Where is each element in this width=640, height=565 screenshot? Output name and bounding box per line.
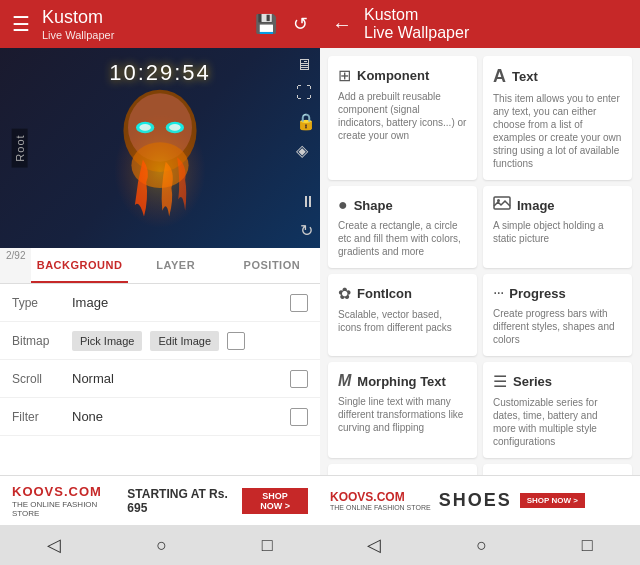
progress-desc: Create progress bars with different styl… xyxy=(493,307,622,346)
left-back-nav[interactable]: ◁ xyxy=(47,534,61,556)
tab-layer[interactable]: LAYER xyxy=(128,248,224,283)
right-back-nav[interactable]: ◁ xyxy=(367,534,381,556)
prop-type: Type Image xyxy=(0,284,320,322)
image-header: Image xyxy=(493,196,622,214)
progress-header: ··· Progress xyxy=(493,284,622,302)
right-app-subtitle: Live Wallpaper xyxy=(364,24,628,42)
right-app-title: Kustom xyxy=(364,6,628,24)
morphing-icon: M xyxy=(338,372,351,390)
image-name: Image xyxy=(517,198,555,213)
history-icon[interactable]: ↺ xyxy=(293,13,308,35)
left-home-nav[interactable]: ○ xyxy=(156,535,167,556)
prop-filter-label: Filter xyxy=(12,410,72,424)
image-icon xyxy=(493,196,511,214)
prop-scroll-value: Normal xyxy=(72,371,282,386)
left-ad-promo: STARTING AT Rs. 695 xyxy=(127,487,234,515)
right-ad-logo-block: KOOVS.COM THE ONLINE FASHION STORE xyxy=(330,490,431,511)
prop-type-value: Image xyxy=(72,295,282,310)
left-ad-banner: KOOVS.COM THE ONLINE FASHION STORE START… xyxy=(0,475,320,525)
fonticon-desc: Scalable, vector based, icons from diffe… xyxy=(338,308,467,334)
right-ad-banner: KOOVS.COM THE ONLINE FASHION STORE SHOES… xyxy=(320,475,640,525)
component-grid: ⊞ Komponent Add a prebuilt reusable comp… xyxy=(320,48,640,475)
component-card-series[interactable]: ☰ Series Customizable series for dates, … xyxy=(483,362,632,458)
left-app-title: Kustom xyxy=(42,7,255,29)
prop-type-checkbox[interactable] xyxy=(290,294,308,312)
series-icon: ☰ xyxy=(493,372,507,391)
morphing-name: Morphing Text xyxy=(357,374,446,389)
prop-scroll: Scroll Normal xyxy=(0,360,320,398)
right-home-nav[interactable]: ○ xyxy=(476,535,487,556)
fullscreen-icon[interactable]: ⛶ xyxy=(296,84,316,102)
right-ad-logo-text: KOOVS.COM xyxy=(330,490,431,504)
right-top-bar: ← Kustom Live Wallpaper xyxy=(320,0,640,48)
right-recents-nav[interactable]: □ xyxy=(582,535,593,556)
layers-icon[interactable]: ◈ xyxy=(296,141,316,160)
pause-icon[interactable]: ⏸ xyxy=(300,193,316,211)
progress-icon: ··· xyxy=(493,284,503,302)
text-name: Text xyxy=(512,69,538,84)
fonticon-header: ✿ FontIcon xyxy=(338,284,467,303)
layer-indicator: 2/92 xyxy=(0,248,31,283)
prop-bitmap-checkbox[interactable] xyxy=(227,332,245,350)
menu-icon[interactable]: ☰ xyxy=(12,12,30,36)
prop-filter: Filter None xyxy=(0,398,320,436)
component-card-progress[interactable]: ··· Progress Create progress bars with d… xyxy=(483,274,632,356)
fonticon-icon: ✿ xyxy=(338,284,351,303)
right-ad-shop-button[interactable]: SHOP NOW > xyxy=(520,493,585,508)
left-ad-logo: KOOVS.COM THE ONLINE FASHION STORE xyxy=(12,484,111,518)
property-tabs: 2/92 BACKGROUND LAYER POSITION xyxy=(0,248,320,284)
left-ad-subtitle: THE ONLINE FASHION STORE xyxy=(12,500,111,518)
right-panel: ← Kustom Live Wallpaper ⊞ Komponent Add … xyxy=(320,0,640,565)
component-card-fonticon[interactable]: ✿ FontIcon Scalable, vector based, icons… xyxy=(328,274,477,356)
right-nav-bar: ◁ ○ □ xyxy=(320,525,640,565)
morphing-desc: Single line text with many different tra… xyxy=(338,395,467,434)
component-card-text[interactable]: A Text This item allows you to enter any… xyxy=(483,56,632,180)
component-card-komponent[interactable]: ⊞ Komponent Add a prebuilt reusable comp… xyxy=(328,56,477,180)
left-title-block: Kustom Live Wallpaper xyxy=(42,7,255,41)
component-card-morphing[interactable]: M Morphing Text Single line text with ma… xyxy=(328,362,477,458)
left-app-subtitle: Live Wallpaper xyxy=(42,29,255,41)
series-header: ☰ Series xyxy=(493,372,622,391)
shape-desc: Create a rectangle, a circle etc and fil… xyxy=(338,219,467,258)
series-name: Series xyxy=(513,374,552,389)
component-card-shape[interactable]: ● Shape Create a rectangle, a circle etc… xyxy=(328,186,477,268)
property-list: Type Image Bitmap Pick Image Edit Image … xyxy=(0,284,320,475)
prop-scroll-label: Scroll xyxy=(12,372,72,386)
canvas-area: 10:29:54 xyxy=(0,48,320,248)
edit-image-button[interactable]: Edit Image xyxy=(150,331,219,351)
save-icon[interactable]: 💾 xyxy=(255,13,277,35)
left-nav-bar: ◁ ○ □ xyxy=(0,525,320,565)
prop-type-label: Type xyxy=(12,296,72,310)
tab-position[interactable]: POSITION xyxy=(224,248,320,283)
component-card-overlap[interactable]: ❖ Overlap Group A container for other ob… xyxy=(328,464,477,475)
left-recents-nav[interactable]: □ xyxy=(262,535,273,556)
prop-bitmap-label: Bitmap xyxy=(12,334,72,348)
prop-filter-checkbox[interactable] xyxy=(290,408,308,426)
right-back-icon[interactable]: ← xyxy=(332,13,352,36)
left-ad-logo-text: KOOVS.COM xyxy=(12,484,111,499)
left-panel: ☰ Kustom Live Wallpaper 💾 ↺ 10:29:54 xyxy=(0,0,320,565)
left-top-bar: ☰ Kustom Live Wallpaper 💾 ↺ xyxy=(0,0,320,48)
prop-scroll-checkbox[interactable] xyxy=(290,370,308,388)
pick-image-button[interactable]: Pick Image xyxy=(72,331,142,351)
tab-background[interactable]: BACKGROUND xyxy=(31,248,127,283)
wallpaper-image xyxy=(100,68,220,228)
progress-name: Progress xyxy=(509,286,565,301)
root-label: Root xyxy=(12,128,28,167)
komponent-icon: ⊞ xyxy=(338,66,351,85)
lock-icon[interactable]: 🔒 xyxy=(296,112,316,131)
text-icon: A xyxy=(493,66,506,87)
komponent-name: Komponent xyxy=(357,68,429,83)
series-desc: Customizable series for dates, time, bat… xyxy=(493,396,622,448)
monitor-icon[interactable]: 🖥 xyxy=(296,56,316,74)
komponent-desc: Add a prebuilt reusable component (signa… xyxy=(338,90,467,142)
canvas-right-tools: 🖥 ⛶ 🔒 ◈ xyxy=(296,56,316,160)
text-header: A Text xyxy=(493,66,622,87)
right-ad-logo-sub: THE ONLINE FASHION STORE xyxy=(330,504,431,511)
text-desc: This item allows you to enter any text, … xyxy=(493,92,622,170)
refresh-icon[interactable]: ↻ xyxy=(300,221,316,240)
component-card-stack[interactable]: ☰ Stack Group xyxy=(483,464,632,475)
left-ad-shop-button[interactable]: SHOP NOW > xyxy=(242,488,308,514)
morphing-header: M Morphing Text xyxy=(338,372,467,390)
component-card-image[interactable]: Image A simple object holding a static p… xyxy=(483,186,632,268)
